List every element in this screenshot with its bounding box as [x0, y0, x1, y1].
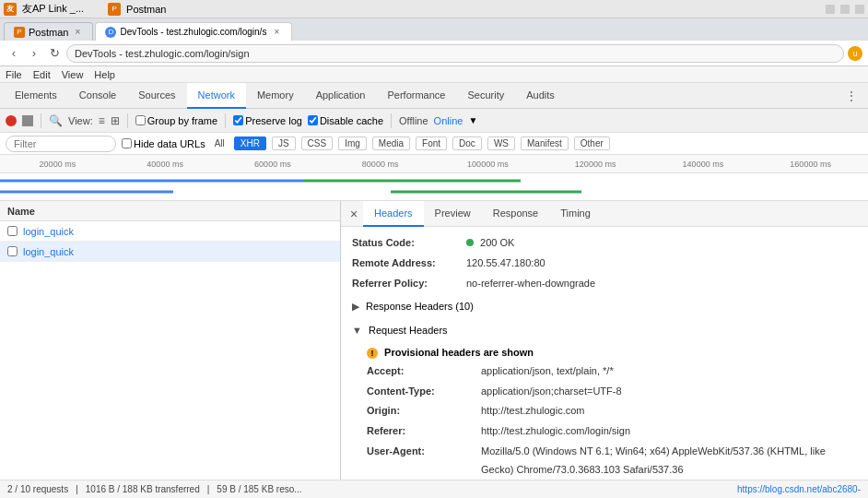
accept-row: Accept: application/json, text/plain, */… [352, 362, 857, 381]
filter-ws[interactable]: WS [487, 136, 515, 150]
remote-address-value: 120.55.47.180:80 [466, 255, 857, 273]
tab-performance[interactable]: Performance [376, 83, 456, 109]
request-checkbox-2[interactable] [7, 246, 18, 256]
request-headers-section[interactable]: Request Headers [352, 322, 857, 340]
filter-all[interactable]: All [211, 137, 229, 149]
network-toolbar: 🔍 View: ≡ ⊞ Group by frame Preserve log … [0, 109, 868, 133]
tab-bar: P Postman × D DevTools - test.zhulogic.c… [0, 18, 868, 41]
status-code-row: Status Code: 200 OK [352, 234, 857, 253]
tab-audits[interactable]: Audits [515, 83, 566, 109]
details-tabs: × Headers Preview Response Timing [341, 201, 868, 227]
view-label: View: [68, 115, 93, 126]
detail-tab-response[interactable]: Response [482, 201, 550, 227]
profile-icon[interactable]: u [848, 46, 862, 61]
tab-security[interactable]: Security [456, 83, 515, 109]
win-close[interactable] [855, 5, 864, 14]
filter-doc[interactable]: Doc [452, 136, 482, 150]
user-agent-key: User-Agent: [367, 443, 477, 480]
menu-file[interactable]: File [6, 69, 22, 80]
filter-css[interactable]: CSS [301, 136, 334, 150]
devtools-settings-icon[interactable]: ⋮ [842, 87, 861, 105]
group-by-frame-checkbox[interactable] [135, 115, 146, 125]
address-input[interactable] [66, 44, 844, 63]
throttle-arrow[interactable]: ▼ [468, 115, 477, 125]
user-agent-row: User-Agent: Mozilla/5.0 (Windows NT 6.1;… [352, 443, 857, 480]
tab-console[interactable]: Console [68, 83, 127, 109]
forward-button[interactable]: › [26, 45, 42, 62]
view-list-icon[interactable]: ≡ [99, 114, 105, 127]
disable-cache-checkbox[interactable] [308, 115, 318, 125]
menu-view[interactable]: View [62, 69, 84, 80]
origin-value: http://test.zhulogic.com [481, 402, 857, 421]
filter-input[interactable] [6, 136, 116, 152]
request-headers-arrow [352, 325, 362, 336]
filter-media[interactable]: Media [372, 136, 410, 150]
window-controls [826, 5, 864, 14]
filter-img[interactable]: Img [338, 136, 367, 150]
filter-font[interactable]: Font [416, 136, 447, 150]
filter-other[interactable]: Other [574, 136, 610, 150]
tab-devtools[interactable]: D DevTools - test.zhulogic.com/login/sig… [95, 22, 292, 41]
status-resources: 59 B / 185 KB reso... [217, 484, 301, 494]
tab-memory[interactable]: Memory [246, 83, 305, 109]
back-button[interactable]: ‹ [6, 45, 22, 62]
tab-network[interactable]: Network [187, 83, 246, 109]
provisional-warning: ! Provisional headers are shown [367, 344, 857, 362]
filter-bar: Hide data URLs All XHR JS CSS Img Media … [0, 133, 868, 155]
online-label[interactable]: Online [434, 115, 463, 126]
request-row-1[interactable]: login_quick [0, 221, 340, 242]
record-button[interactable] [6, 115, 17, 126]
tab-postman[interactable]: P Postman × [4, 22, 93, 41]
preserve-log-checkbox[interactable] [233, 115, 243, 125]
filter-icon[interactable]: 🔍 [49, 114, 63, 127]
filter-js[interactable]: JS [272, 136, 296, 150]
status-code-value: 200 OK [466, 234, 857, 253]
browser-menu-bar: File Edit View Help [0, 66, 868, 83]
referer-key: Referer: [367, 422, 477, 441]
hide-data-urls-checkbox[interactable] [122, 138, 132, 148]
network-main: Name login_quick login_quick × Headers P… [0, 201, 868, 480]
request-name-1: login_quick [23, 226, 333, 237]
detail-tab-headers[interactable]: Headers [363, 201, 424, 227]
user-agent-value: Mozilla/5.0 (Windows NT 6.1; Win64; x64)… [481, 443, 857, 480]
detail-tab-timing[interactable]: Timing [549, 201, 602, 227]
group-by-frame-label[interactable]: Group by frame [135, 115, 217, 126]
request-details: × Headers Preview Response Timing Status… [341, 201, 868, 480]
stop-button[interactable] [22, 115, 33, 126]
refresh-button[interactable]: ↻ [46, 45, 63, 62]
detail-tab-preview[interactable]: Preview [424, 201, 482, 227]
hide-data-urls-label[interactable]: Hide data URLs [122, 138, 205, 149]
tab-elements[interactable]: Elements [4, 83, 68, 109]
tab-postman-close[interactable]: × [72, 27, 83, 38]
view-grid-icon[interactable]: ⊞ [111, 114, 120, 127]
toolbar-separator-3 [225, 113, 226, 128]
disable-cache-label[interactable]: Disable cache [308, 115, 383, 126]
ruler-100000: 100000 ms [434, 160, 542, 169]
tab-application[interactable]: Application [305, 83, 377, 109]
menu-help[interactable]: Help [94, 69, 115, 80]
filter-xhr[interactable]: XHR [234, 136, 266, 150]
remote-address-row: Remote Address: 120.55.47.180:80 [352, 255, 857, 273]
devtools-container: Elements Console Sources Network Memory … [0, 83, 868, 498]
win-min[interactable] [826, 5, 835, 14]
warning-icon: ! [367, 348, 378, 359]
filter-manifest[interactable]: Manifest [521, 136, 569, 150]
tab-sources[interactable]: Sources [127, 83, 186, 109]
response-headers-section[interactable]: Response Headers (10) [352, 298, 857, 316]
referrer-policy-key: Referrer Policy: [352, 275, 463, 293]
content-type-value: application/json;charset=UTF-8 [481, 383, 857, 401]
tab-postman-label: Postman [29, 27, 68, 38]
request-checkbox-1[interactable] [7, 226, 18, 236]
app-title-1: 友AP Link _... [22, 2, 84, 16]
win-max[interactable] [840, 5, 850, 14]
tab-devtools-close[interactable]: × [271, 27, 282, 38]
content-type-key: Content-Type: [367, 383, 477, 401]
status-code-key: Status Code: [352, 234, 463, 253]
request-list: Name login_quick login_quick [0, 201, 341, 480]
preserve-log-label[interactable]: Preserve log [233, 115, 302, 126]
response-headers-arrow [352, 301, 359, 312]
details-close-button[interactable]: × [345, 205, 363, 223]
devtools-icon: D [105, 27, 116, 38]
request-row-2[interactable]: login_quick [0, 242, 340, 262]
menu-edit[interactable]: Edit [33, 69, 51, 80]
